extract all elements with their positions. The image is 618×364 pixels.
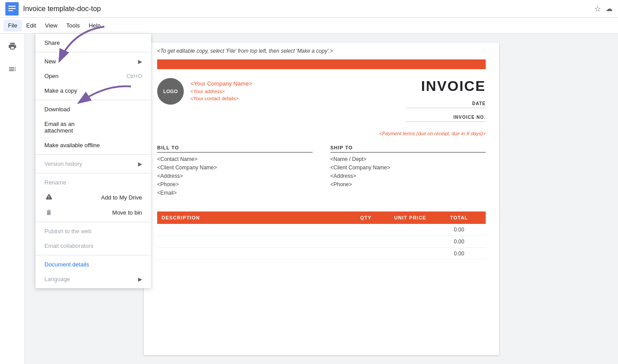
svg-rect-2 [8,8,16,9]
svg-rect-1 [8,6,16,7]
title-icons: ☆ ☁ [594,4,613,14]
menu-tools[interactable]: Tools [62,20,84,31]
app-icon [5,2,19,16]
menu-view[interactable]: View [40,20,62,31]
title-bar: Invoice template-doc-top ☆ ☁ [0,0,618,18]
star-icon[interactable]: ☆ [594,4,601,14]
menu-edit[interactable]: Edit [22,20,40,31]
cloud-icon: ☁ [606,4,613,13]
menu-file[interactable]: File [4,20,22,31]
svg-rect-3 [8,10,13,11]
menu-bar: File Edit View Tools Help [0,18,618,34]
menu-help[interactable]: Help [84,20,105,31]
document-title: Invoice template-doc-top [23,5,594,13]
